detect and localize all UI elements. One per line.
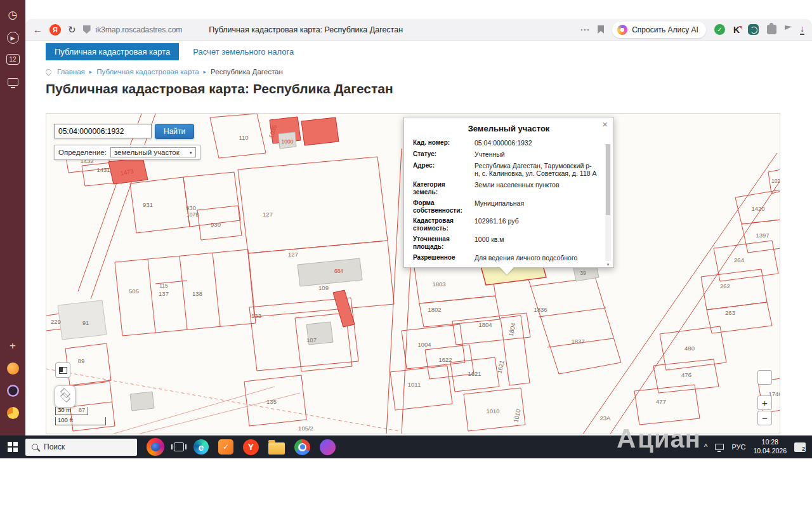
parcel-label[interactable]: 1803 <box>432 281 445 288</box>
cast-screen-icon[interactable] <box>6 75 20 89</box>
parcel-label[interactable]: 107В <box>187 211 199 218</box>
clock-widget[interactable]: 10:28 10.04.2026 <box>753 438 787 455</box>
parcel-label[interactable]: 684 <box>334 268 343 274</box>
parcel-label[interactable]: 1836 <box>534 306 547 313</box>
breadcrumb-home[interactable]: Главная <box>57 68 85 76</box>
pie-service-icon[interactable] <box>7 407 19 419</box>
field-label: Разрешенное <box>413 254 471 262</box>
address-bar[interactable]: ik3map.roscadastres.com Публичная кадаст… <box>83 25 403 34</box>
parcel-label[interactable]: 23А <box>600 415 611 422</box>
parcel-label[interactable]: 105/2 <box>298 425 313 432</box>
orange-service-icon[interactable] <box>7 362 19 375</box>
field-label: Форма собственности: <box>413 199 471 215</box>
tab-counter[interactable]: 12 <box>6 54 20 65</box>
more-menu-icon[interactable]: ⋯ <box>580 25 589 34</box>
field-label: Кад. номер: <box>413 139 471 147</box>
extent-tool-button[interactable] <box>55 362 70 378</box>
map-extra-button[interactable] <box>757 370 772 385</box>
parcel-label[interactable]: 476 <box>681 371 691 378</box>
file-explorer-icon[interactable] <box>268 442 285 455</box>
parcel-label[interactable]: 262 <box>720 282 730 289</box>
start-button[interactable] <box>0 442 25 452</box>
parcel-label[interactable]: 91 <box>82 319 89 326</box>
scrollbar-thumb[interactable] <box>606 144 610 215</box>
parcel-label[interactable]: 264 <box>734 256 744 263</box>
refresh-button[interactable]: ↻ <box>68 25 76 34</box>
history-icon[interactable]: ◷ <box>6 8 20 22</box>
close-icon[interactable]: × <box>602 119 608 130</box>
parcel-label[interactable]: 137 <box>159 290 169 297</box>
parcel-label[interactable]: 930 <box>211 221 221 228</box>
parcel-label[interactable]: 229 <box>51 318 61 325</box>
zoom-in-button[interactable]: + <box>757 395 772 410</box>
edge-icon[interactable]: e <box>193 439 209 455</box>
parcel-label[interactable]: 480 <box>684 345 695 352</box>
parcel-label[interactable]: 115 <box>159 282 168 289</box>
layers-button[interactable] <box>55 385 75 408</box>
downloads-icon[interactable]: ↓ <box>800 24 804 35</box>
parcel-label[interactable]: 263 <box>725 309 735 316</box>
tab-cadastral-map[interactable]: Публичная кадастровая карта <box>46 43 179 60</box>
notifications-icon[interactable]: 2 <box>794 442 806 452</box>
extensions-puzzle-icon[interactable] <box>767 25 776 34</box>
parcel-label[interactable]: 1004 <box>417 341 431 348</box>
scroll-down-icon[interactable]: ▼ <box>605 263 611 267</box>
zoom-out-button[interactable]: − <box>757 411 772 425</box>
cadastral-map[interactable]: 11010351000143214311473931930107В9301271… <box>46 113 780 434</box>
firefox-icon[interactable] <box>147 438 164 456</box>
definition-select[interactable]: земельный участок ▾ <box>110 147 196 157</box>
parcel-label[interactable]: 107 <box>306 336 317 343</box>
cadastral-number-input[interactable] <box>54 124 152 138</box>
add-panel-icon[interactable]: + <box>6 338 20 352</box>
parcel-label[interactable]: 89 <box>78 357 85 364</box>
parcel-label[interactable]: 505 <box>129 288 139 295</box>
taskbar-search[interactable]: Поиск <box>25 439 137 456</box>
parcel-label[interactable]: 138 <box>192 290 202 297</box>
language-indicator[interactable]: РУС <box>731 443 745 451</box>
extension-teal-icon[interactable] <box>748 24 759 35</box>
parcel-label[interactable]: 102 <box>771 178 780 184</box>
breadcrumb-map[interactable]: Публичная кадастровая карта <box>96 68 199 76</box>
parcel-label[interactable]: 39 <box>580 270 586 276</box>
parcel-label[interactable]: 1011 <box>408 381 421 388</box>
tab-land-tax[interactable]: Расчет земельного налога <box>193 47 294 56</box>
yandex-browser-icon[interactable]: Y <box>243 439 259 455</box>
parcel-label[interactable]: 1431 <box>96 166 110 173</box>
back-button[interactable]: ← <box>33 25 43 34</box>
extension-k-icon[interactable]: K <box>733 25 740 35</box>
yandex-logo-icon[interactable]: Я <box>49 24 61 36</box>
video-player-icon[interactable]: ▶ <box>7 32 19 44</box>
parcel-label[interactable]: 135 <box>266 398 277 405</box>
task-view-icon[interactable] <box>174 442 184 451</box>
chrome-icon[interactable] <box>294 439 310 455</box>
dark-service-icon[interactable] <box>7 385 19 397</box>
parcel-label[interactable]: 477 <box>656 398 666 405</box>
parcel-label[interactable]: 1804 <box>478 321 492 328</box>
parcel-label[interactable]: 1000 <box>282 138 294 145</box>
parcel-label[interactable]: 127 <box>263 211 273 218</box>
search-label: Поиск <box>44 442 65 451</box>
chevron-up-icon[interactable]: ^ <box>704 442 708 451</box>
parcel-label[interactable]: 1802 <box>428 306 441 313</box>
extension-flag-icon[interactable] <box>785 25 792 34</box>
parcel-label[interactable]: 1420 <box>751 205 764 212</box>
parcel-label[interactable]: 1837 <box>571 338 584 345</box>
parcel-label[interactable]: 127 <box>288 251 298 258</box>
parcel-label[interactable]: 109 <box>318 284 329 291</box>
ask-alice-button[interactable]: Спросить Алису AI <box>612 22 706 38</box>
parcel-label[interactable]: 930 <box>186 204 196 211</box>
popup-scrollbar[interactable]: ▼ <box>605 144 611 261</box>
parcel-label[interactable]: 1621 <box>468 370 481 377</box>
extension-green-icon[interactable]: ✓ <box>714 24 725 35</box>
parcel-label[interactable]: 133 <box>251 312 261 319</box>
find-button[interactable]: Найти <box>155 124 194 139</box>
parcel-label[interactable]: 931 <box>143 201 153 208</box>
parcel-label[interactable]: 1397 <box>756 232 769 239</box>
parcel-label[interactable]: 1010 <box>486 408 499 415</box>
parcel-label[interactable]: 1622 <box>438 356 452 363</box>
parcel-label[interactable]: 110 <box>239 134 248 141</box>
orange-app-icon[interactable]: ✓ <box>218 439 233 455</box>
purple-app-icon[interactable] <box>320 439 336 455</box>
network-icon[interactable] <box>715 444 724 450</box>
bookmark-icon[interactable] <box>598 25 604 34</box>
